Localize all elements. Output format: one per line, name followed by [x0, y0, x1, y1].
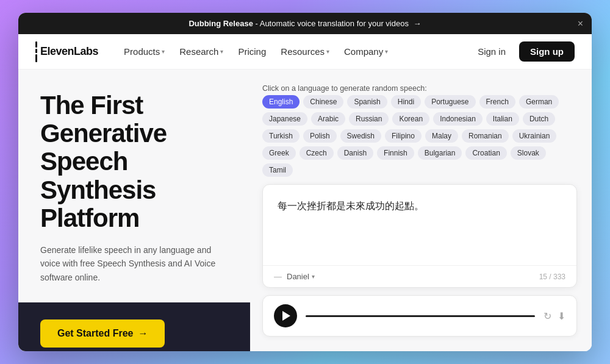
- hero-title: The First Generative Speech Synthesis Pl…: [40, 91, 228, 232]
- announcement-bar: Dubbing Release - Automatic voice transl…: [18, 13, 592, 34]
- voice-name: Daniel: [287, 272, 309, 281]
- logo-bar-2: [35, 49, 37, 53]
- get-started-button[interactable]: Get Started Free →: [40, 319, 165, 348]
- language-tag-slovak[interactable]: Slovak: [511, 146, 546, 160]
- language-section: Click on a language to generate random s…: [262, 84, 577, 177]
- language-tag-chinese[interactable]: Chinese: [303, 95, 343, 109]
- signin-button[interactable]: Sign in: [472, 43, 512, 60]
- language-tag-hindi[interactable]: Hindi: [391, 95, 421, 109]
- announcement-arrow-icon: →: [414, 19, 422, 28]
- language-tag-finnish[interactable]: Finnish: [377, 146, 414, 160]
- nav-label-research: Research: [179, 46, 218, 57]
- refresh-button[interactable]: ↻: [544, 310, 551, 322]
- voice-dash: —: [274, 272, 282, 281]
- progress-bar[interactable]: [306, 315, 535, 317]
- language-tag-indonesian[interactable]: Indonesian: [433, 112, 483, 126]
- language-tag-swedish[interactable]: Swedish: [340, 129, 381, 143]
- browser-window: Dubbing Release - Automatic voice transl…: [18, 13, 592, 351]
- nav-item-company[interactable]: Company ▾: [338, 43, 394, 60]
- language-tag-german[interactable]: German: [519, 95, 559, 109]
- get-started-arrow-icon: →: [138, 328, 148, 339]
- language-tag-ukrainian[interactable]: Ukrainian: [512, 129, 557, 143]
- language-prompt: Click on a language to generate random s…: [262, 84, 577, 93]
- nav-label-company: Company: [344, 46, 383, 57]
- language-tags: EnglishChineseSpanishHindiPortugueseFren…: [262, 95, 577, 177]
- chevron-down-icon-products: ▾: [162, 48, 165, 55]
- hero-section: The First Generative Speech Synthesis Pl…: [18, 70, 250, 302]
- language-tag-arabic[interactable]: Arabic: [311, 112, 345, 126]
- main-content: The First Generative Speech Synthesis Pl…: [18, 70, 592, 351]
- speech-panel: Click on a language to generate random s…: [250, 70, 592, 351]
- nav-label-resources: Resources: [281, 46, 325, 57]
- chevron-down-icon-voice: ▾: [312, 273, 315, 280]
- nav-links: Products ▾ Research ▾ Pricing Resources …: [118, 43, 472, 60]
- announcement-bold: Dubbing Release: [188, 19, 253, 28]
- nav-item-pricing[interactable]: Pricing: [232, 43, 272, 60]
- nav-label-products: Products: [124, 46, 160, 57]
- left-column: The First Generative Speech Synthesis Pl…: [18, 70, 250, 351]
- speech-card-footer: — Daniel ▾ 15 / 333: [263, 265, 576, 287]
- language-tag-croatian[interactable]: Croatian: [465, 146, 506, 160]
- language-tag-bulgarian[interactable]: Bulgarian: [418, 146, 462, 160]
- language-tag-dutch[interactable]: Dutch: [523, 112, 555, 126]
- play-button[interactable]: [274, 304, 297, 327]
- nav-item-research[interactable]: Research ▾: [173, 43, 229, 60]
- logo-icon: [35, 41, 37, 62]
- speech-text: 每一次挫折都是未來成功的起點。: [263, 185, 576, 265]
- language-tag-danish[interactable]: Danish: [337, 146, 373, 160]
- language-tag-turkish[interactable]: Turkish: [262, 129, 300, 143]
- navbar: ElevenLabs Products ▾ Research ▾ Pricing…: [18, 34, 592, 70]
- announcement-regular: - Automatic voice translation for your v…: [256, 19, 409, 28]
- language-tag-tamil[interactable]: Tamil: [262, 163, 293, 177]
- logo[interactable]: ElevenLabs: [35, 41, 98, 62]
- language-tag-filipino[interactable]: Filipino: [385, 129, 422, 143]
- language-tag-italian[interactable]: Italian: [486, 112, 519, 126]
- voice-selector[interactable]: — Daniel ▾: [274, 272, 315, 281]
- language-tag-malay[interactable]: Malay: [425, 129, 458, 143]
- language-tag-french[interactable]: French: [479, 95, 515, 109]
- download-button[interactable]: ⬇: [558, 310, 565, 322]
- chevron-down-icon-company: ▾: [385, 48, 388, 55]
- language-tag-japanese[interactable]: Japanese: [262, 112, 307, 126]
- language-tag-russian[interactable]: Russian: [349, 112, 389, 126]
- signup-button[interactable]: Sign up: [519, 41, 575, 62]
- nav-right: Sign in Sign up: [472, 41, 575, 62]
- char-count: 15 / 333: [539, 273, 565, 281]
- chevron-down-icon-resources: ▾: [326, 48, 329, 55]
- language-tag-english[interactable]: English: [262, 95, 300, 109]
- language-tag-romanian[interactable]: Romanian: [462, 129, 509, 143]
- announcement-text: Dubbing Release - Automatic voice transl…: [188, 19, 421, 28]
- logo-bar-3: [35, 54, 37, 62]
- language-tag-portuguese[interactable]: Portuguese: [425, 95, 475, 109]
- language-tag-spanish[interactable]: Spanish: [347, 95, 387, 109]
- close-announcement-button[interactable]: ×: [578, 18, 583, 29]
- get-started-label: Get Started Free: [57, 328, 133, 339]
- chevron-down-icon-research: ▾: [220, 48, 223, 55]
- player-bar: ↻ ⬇: [262, 295, 577, 337]
- play-icon: [282, 311, 290, 321]
- logo-text: ElevenLabs: [40, 45, 98, 58]
- nav-item-products[interactable]: Products ▾: [118, 43, 171, 60]
- speech-card: 每一次挫折都是未來成功的起點。 — Daniel ▾ 15 / 333: [262, 184, 577, 288]
- nav-label-pricing: Pricing: [238, 46, 266, 57]
- hero-subtitle: Generate lifelike speech in any language…: [40, 243, 228, 284]
- language-tag-korean[interactable]: Korean: [392, 112, 429, 126]
- language-tag-polish[interactable]: Polish: [303, 129, 337, 143]
- nav-item-resources[interactable]: Resources ▾: [274, 43, 336, 60]
- hero-bottom: Get Started Free →: [18, 302, 250, 351]
- language-tag-greek[interactable]: Greek: [262, 146, 296, 160]
- language-tag-czech[interactable]: Czech: [300, 146, 334, 160]
- player-actions: ↻ ⬇: [544, 310, 565, 322]
- logo-bar-1: [35, 41, 37, 48]
